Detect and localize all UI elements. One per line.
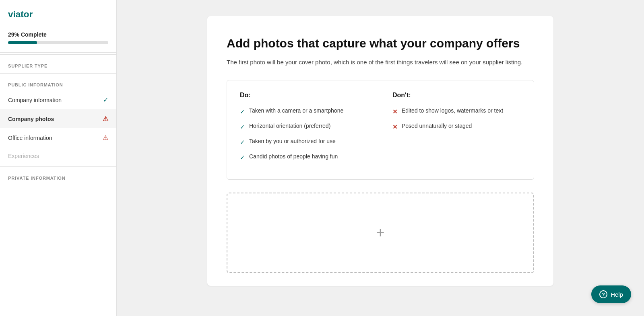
do-column: Do: ✓ Taken with a camera or a smartphon… (240, 92, 368, 168)
do-item-3-text: Taken by you or authorized for use (249, 137, 336, 146)
x-icon-2: ✕ (392, 123, 398, 131)
check-icon: ✓ (103, 96, 108, 104)
office-information-label: Office information (8, 135, 52, 141)
sidebar-item-office-information[interactable]: Office information ⚠ (0, 128, 116, 147)
check-icon-3: ✓ (240, 138, 245, 146)
content-card: Add photos that capture what your compan… (207, 16, 553, 286)
warning-icon-office: ⚠ (103, 134, 108, 142)
warning-icon-photos: ⚠ (103, 115, 108, 123)
check-icon-2: ✓ (240, 123, 245, 131)
supplier-type-label: SUPPLIER TYPE (0, 56, 116, 72)
sidebar: viator 29% Complete SUPPLIER TYPE PUBLIC… (0, 0, 117, 316)
company-information-label: Company information (8, 97, 62, 103)
guidelines-box: Do: ✓ Taken with a camera or a smartphon… (227, 80, 534, 180)
do-item-1-text: Taken with a camera or a smartphone (249, 107, 343, 115)
main-content: Add photos that capture what your compan… (117, 0, 644, 316)
help-button[interactable]: ? Help (591, 285, 631, 303)
check-icon-1: ✓ (240, 107, 245, 116)
do-item-2: ✓ Horizontal orientation (preferred) (240, 122, 368, 131)
help-icon: ? (599, 290, 607, 298)
progress-section: 29% Complete (0, 31, 116, 53)
do-item-4: ✓ Candid photos of people having fun (240, 153, 368, 162)
check-icon-4: ✓ (240, 153, 245, 162)
do-item-1: ✓ Taken with a camera or a smartphone (240, 107, 368, 116)
dont-heading: Don't: (392, 92, 521, 99)
x-icon-1: ✕ (392, 107, 398, 116)
help-label: Help (611, 291, 623, 298)
progress-bar-fill (8, 41, 37, 44)
upload-plus-icon: + (376, 224, 384, 241)
do-item-2-text: Horizontal orientation (preferred) (249, 122, 330, 130)
viator-logo: viator (8, 8, 44, 20)
sidebar-item-experiences: Experiences (0, 147, 116, 165)
do-item-3: ✓ Taken by you or authorized for use (240, 137, 368, 146)
sidebar-item-company-photos[interactable]: Company photos ⚠ (0, 109, 116, 128)
divider-1 (0, 54, 116, 55)
sidebar-item-company-information[interactable]: Company information ✓ (0, 90, 116, 109)
public-information-label: PUBLIC INFORMATION (0, 75, 116, 90)
page-subtitle: The first photo will be your cover photo… (227, 57, 534, 67)
page-title: Add photos that capture what your compan… (227, 35, 534, 51)
dont-item-1-text: Edited to show logos, watermarks or text (402, 107, 503, 115)
do-item-4-text: Candid photos of people having fun (249, 153, 338, 161)
private-information-label: PRIVATE INFORMATION (0, 168, 116, 184)
dont-item-2-text: Posed unnaturally or staged (402, 122, 472, 130)
company-photos-label: Company photos (8, 116, 54, 122)
divider-2 (0, 73, 116, 74)
photo-upload-zone[interactable]: + (227, 193, 534, 273)
progress-bar-background (8, 41, 108, 44)
dont-column: Don't: ✕ Edited to show logos, watermark… (392, 92, 521, 168)
svg-text:viator: viator (8, 9, 33, 19)
do-heading: Do: (240, 92, 368, 99)
progress-label: 29% Complete (8, 31, 108, 38)
experiences-label: Experiences (8, 153, 39, 159)
dont-item-1: ✕ Edited to show logos, watermarks or te… (392, 107, 521, 116)
logo: viator (0, 8, 116, 31)
dont-item-2: ✕ Posed unnaturally or staged (392, 122, 521, 131)
divider-3 (0, 166, 116, 167)
